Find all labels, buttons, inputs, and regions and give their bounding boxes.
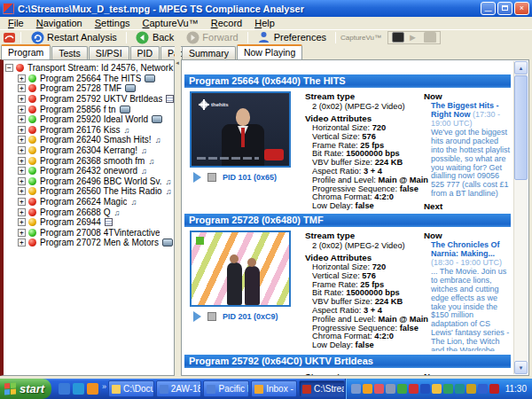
- play-button[interactable]: [193, 172, 201, 183]
- expand-icon[interactable]: +: [18, 106, 26, 113]
- right-panel-tab[interactable]: Summary: [182, 46, 236, 59]
- expand-icon[interactable]: +: [18, 136, 26, 144]
- right-panel-tab[interactable]: Now Playing: [237, 44, 302, 59]
- tree-root-item[interactable]: − Transport Stream: Id 24576, Network Na…: [5, 63, 174, 74]
- maximize-button[interactable]: [497, 2, 512, 15]
- left-panel-tab[interactable]: Tests: [51, 46, 88, 59]
- capture-play-icon[interactable]: ►: [408, 32, 420, 43]
- tray-icon[interactable]: [397, 384, 407, 394]
- service-type-icon: [130, 197, 137, 207]
- play-button[interactable]: [193, 311, 201, 322]
- tray-icon[interactable]: [466, 384, 476, 394]
- tray-icon[interactable]: [363, 384, 372, 394]
- tree-program-item[interactable]: + Program 27008 4TVinteractive: [5, 228, 174, 239]
- expand-icon[interactable]: +: [18, 74, 26, 82]
- video-attributes-list: Horizontal Size: 720Vertical Size: 576Fr…: [305, 124, 419, 210]
- quick-launch-icon[interactable]: [59, 383, 70, 395]
- tray-icon[interactable]: [374, 384, 384, 394]
- service-type-icon: [165, 176, 171, 186]
- taskbar-window-button[interactable]: C:\Docu...: [108, 380, 154, 397]
- tree-program-item[interactable]: + Program 26496 BBC World Sv.: [5, 176, 174, 187]
- menu-item[interactable]: Settings: [89, 18, 137, 28]
- expand-icon[interactable]: +: [18, 157, 26, 165]
- stop-button[interactable]: [207, 173, 216, 182]
- expand-icon[interactable]: +: [18, 208, 26, 216]
- tree-program-item[interactable]: + Program 25728 TMF: [5, 83, 174, 94]
- capture-record-icon[interactable]: [392, 32, 404, 43]
- now-heading: Now: [424, 372, 511, 376]
- expand-icon[interactable]: +: [18, 229, 26, 237]
- tray-icon[interactable]: [478, 384, 488, 394]
- taskbar-window-button[interactable]: 2AW-186...: [156, 380, 202, 397]
- back-button[interactable]: Back: [131, 31, 178, 44]
- tray-icon[interactable]: [409, 384, 419, 394]
- menu-item[interactable]: File: [2, 18, 30, 28]
- tree-program-item[interactable]: + Program 25664 The HITS: [5, 74, 174, 84]
- start-button[interactable]: start: [0, 379, 51, 399]
- taskbar-window-button[interactable]: C:\Strea...: [299, 380, 345, 397]
- tray-icon[interactable]: [443, 384, 453, 394]
- tree-program-item[interactable]: + Program 26432 oneword: [5, 166, 174, 176]
- menu-item[interactable]: CaptureVu™: [137, 18, 205, 28]
- panel-splitter[interactable]: ◄: [175, 44, 181, 376]
- capture-camera-icon[interactable]: [424, 32, 436, 43]
- pid-link[interactable]: PID 101 (0x65): [223, 173, 277, 182]
- quick-launch-icon[interactable]: [73, 383, 84, 395]
- now-programme-link[interactable]: The Chronicles Of Narnia: Making...: [431, 240, 500, 258]
- tree-program-item[interactable]: + Program 26624 Magic: [5, 197, 174, 207]
- tree-program-item[interactable]: + Program 27072 Men & Motors: [5, 238, 174, 248]
- tree-program-item[interactable]: + Program 26240 Smash Hits!: [5, 135, 174, 145]
- menu-item[interactable]: Navigation: [30, 18, 89, 28]
- scroll-down-icon[interactable]: ▼: [514, 361, 528, 374]
- expand-icon[interactable]: +: [18, 167, 26, 175]
- expand-icon[interactable]: +: [18, 146, 26, 154]
- left-panel-tab[interactable]: PID: [130, 46, 160, 59]
- tray-icon[interactable]: [351, 384, 361, 394]
- expand-icon[interactable]: +: [18, 239, 26, 246]
- expand-icon[interactable]: +: [18, 84, 26, 92]
- menu-item[interactable]: Help: [248, 18, 281, 28]
- close-button[interactable]: ×: [514, 2, 529, 15]
- expand-icon[interactable]: +: [18, 126, 26, 134]
- stop-button[interactable]: [207, 312, 216, 321]
- tree-program-item[interactable]: + Program 26368 smooth fm: [5, 155, 174, 166]
- preferences-button[interactable]: Preferences: [253, 31, 331, 44]
- expand-icon[interactable]: +: [18, 177, 26, 185]
- pid-link[interactable]: PID 201 (0xC9): [223, 312, 278, 321]
- restart-analysis-button[interactable]: Restart Analysis: [26, 31, 121, 44]
- expand-icon[interactable]: +: [18, 115, 26, 123]
- expand-icon[interactable]: +: [18, 218, 26, 226]
- tree-program-item[interactable]: + Program 25920 Ideal World: [5, 114, 174, 125]
- onscreen-graphic: [264, 149, 284, 160]
- vertical-scrollbar[interactable]: ▲ ▼: [513, 61, 528, 374]
- splitter-collapse-icon[interactable]: ◄: [175, 60, 180, 66]
- left-panel-tab[interactable]: Program: [1, 44, 51, 59]
- left-panel-tab[interactable]: SI/PSI: [89, 46, 129, 59]
- taskbar-window-button[interactable]: Inbox - M...: [251, 380, 297, 397]
- tray-icon[interactable]: [455, 384, 465, 394]
- collapse-expander-icon[interactable]: −: [5, 64, 13, 72]
- tree-program-item[interactable]: + Program 25856 f tn: [5, 104, 174, 114]
- tree-program-item[interactable]: + Program 26176 Kiss: [5, 125, 174, 136]
- quick-launch-overflow-chevron[interactable]: »: [102, 382, 106, 391]
- expand-icon[interactable]: +: [18, 198, 26, 206]
- minimize-button[interactable]: —: [481, 2, 496, 15]
- expand-icon[interactable]: +: [18, 187, 26, 195]
- tray-icon[interactable]: [386, 384, 395, 394]
- forward-button[interactable]: Forward: [181, 31, 242, 44]
- tree-program-item[interactable]: + Program 26560 The Hits Radio: [5, 186, 174, 197]
- taskbar-window-button[interactable]: Pacific PS...: [203, 380, 249, 397]
- tree-program-item[interactable]: + Program 26944: [5, 217, 174, 228]
- tree-program-item[interactable]: + Program 26304 Kerrang!: [5, 145, 174, 156]
- tree-program-item[interactable]: + Program 26688 Q: [5, 207, 174, 217]
- app-toolbar-icon[interactable]: [2, 31, 16, 44]
- quick-launch-icon[interactable]: [87, 383, 98, 395]
- tree-program-item[interactable]: + Program 25792 UKTV BrtIdeas: [5, 94, 174, 105]
- scrollbar-thumb[interactable]: [514, 75, 528, 180]
- tray-icon[interactable]: [489, 384, 499, 394]
- tray-icon[interactable]: [420, 384, 430, 394]
- scroll-up-icon[interactable]: ▲: [514, 61, 528, 74]
- tray-icon[interactable]: [432, 384, 442, 394]
- expand-icon[interactable]: +: [18, 95, 26, 103]
- menu-item[interactable]: Record: [205, 18, 248, 28]
